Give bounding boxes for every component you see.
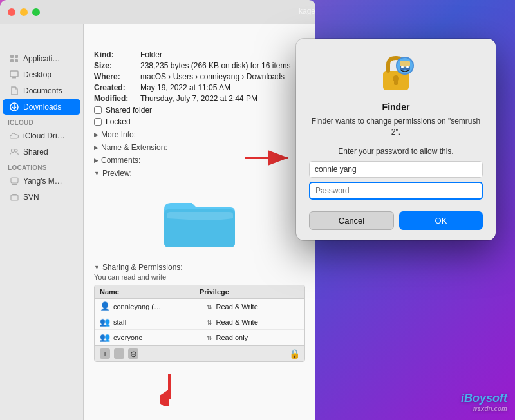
svg-rect-2 — [10, 59, 14, 62]
user-icon-0: 👤 — [100, 301, 110, 311]
svg-rect-5 — [12, 77, 16, 79]
svg-point-26 — [406, 66, 409, 68]
svg-rect-4 — [10, 71, 18, 77]
sidebar-label-icloud-drive: iCloud Dri… — [23, 131, 65, 140]
finder-window: Applicati… Desktop Documents Downloads — [0, 0, 315, 420]
shared-folder-row[interactable]: Shared folder — [94, 106, 305, 115]
preview-toggle[interactable]: ▼ Preview: — [94, 169, 305, 178]
sidebar: Applicati… Desktop Documents Downloads — [0, 24, 84, 420]
perm-user-2: everyone — [113, 334, 207, 341]
add-permission-button[interactable]: + — [100, 348, 110, 359]
permissions-arrow: ▼ — [94, 264, 100, 271]
where-row: Where: macOS › Users › connieyang › Down… — [94, 72, 305, 81]
comments-toggle[interactable]: ▶ Comments: — [94, 156, 305, 165]
col-privilege-header: Privilege — [200, 288, 299, 296]
username-display: connie yang — [309, 161, 483, 178]
kind-value: Folder — [140, 50, 162, 59]
sidebar-label-yangs-m: Yang's M… — [23, 177, 62, 186]
modified-value: Thursday, July 7, 2022 at 2:44 PM — [140, 94, 258, 103]
sidebar-label-downloads: Downloads — [23, 102, 61, 111]
sidebar-label-documents: Documents — [23, 86, 62, 95]
folder-icon — [161, 188, 238, 253]
more-info-arrow: ▶ — [94, 131, 98, 138]
dialog-message: Finder wants to change permissions on "s… — [309, 116, 483, 138]
fullscreen-button[interactable] — [32, 8, 40, 16]
more-info-label: More Info: — [101, 130, 136, 139]
dialog-title: Finder — [309, 102, 483, 112]
perm-priv-2: ⇅ Read only — [207, 334, 300, 341]
icloud-section-label: iCloud — [0, 115, 83, 128]
comments-arrow: ▶ — [94, 157, 98, 164]
created-label: Created: — [94, 83, 140, 92]
sidebar-item-svn[interactable]: SVN — [3, 189, 80, 205]
sidebar-item-downloads[interactable]: Downloads — [3, 99, 80, 115]
sidebar-item-yangs-m[interactable]: Yang's M… — [3, 173, 80, 189]
svg-point-9 — [15, 149, 17, 152]
kind-row: Kind: Folder — [94, 50, 305, 59]
sidebar-label-svn: SVN — [23, 193, 39, 202]
svg-rect-0 — [10, 55, 14, 58]
svg-rect-1 — [15, 55, 18, 58]
table-row: 👥 staff ⇅ Read & Write — [95, 314, 304, 330]
permission-menu-button[interactable]: ⊖ — [128, 348, 138, 359]
svg-rect-12 — [12, 194, 17, 195]
desktop-icon — [9, 70, 19, 80]
ok-button[interactable]: OK — [399, 211, 483, 230]
shared-folder-checkbox[interactable] — [94, 106, 102, 114]
table-toolbar: + − ⊖ 🔒 — [95, 345, 304, 361]
sidebar-item-desktop[interactable]: Desktop — [3, 67, 80, 82]
name-extension-toggle[interactable]: ▶ Name & Extension: — [94, 143, 305, 152]
svg-rect-11 — [11, 195, 18, 200]
sidebar-item-shared[interactable]: Shared — [3, 144, 80, 160]
perm-priv-1: ⇅ Read & Write — [207, 318, 300, 326]
comments-label: Comments: — [101, 156, 140, 165]
permissions-toggle[interactable]: ▼ Sharing & Permissions: — [94, 263, 305, 272]
sidebar-item-applications[interactable]: Applicati… — [3, 51, 80, 66]
applications-icon — [9, 53, 19, 64]
locations-section-label: Locations — [0, 160, 83, 173]
documents-icon — [9, 86, 19, 96]
svg-point-25 — [401, 66, 404, 68]
sidebar-label-shared: Shared — [23, 148, 48, 157]
name-extension-label: Name & Extension: — [101, 143, 167, 152]
downloads-icon — [9, 102, 19, 112]
svn-icon — [9, 192, 19, 202]
watermark-domain: wsxdn.com — [461, 405, 507, 412]
permissions-header: Name Privilege — [95, 285, 304, 299]
preview-arrow: ▼ — [94, 170, 100, 177]
locked-label: Locked — [106, 117, 131, 126]
sidebar-label-applications: Applicati… — [23, 54, 60, 63]
size-row: Size: 238,235 bytes (266 KB on disk) for… — [94, 61, 305, 70]
main-content: Kind: Folder Size: 238,235 bytes (266 KB… — [84, 24, 315, 420]
lock-finder-icon — [377, 52, 415, 97]
permissions-table: Name Privilege 👤 connieyang (… ⇅ Read & … — [94, 285, 305, 362]
permissions-title: Sharing & Permissions: — [102, 263, 183, 272]
password-input[interactable] — [309, 182, 483, 200]
created-value: May 19, 2022 at 11:05 AM — [140, 83, 230, 92]
window-chrome — [0, 0, 315, 24]
remove-permission-button[interactable]: − — [114, 348, 124, 359]
lock-icon[interactable]: 🔒 — [289, 348, 299, 359]
permissions-subtitle: You can read and write — [94, 273, 305, 281]
table-row: 👥 everyone ⇅ Read only — [95, 330, 304, 345]
preview-label: Preview: — [102, 169, 132, 178]
dialog-prompt: Enter your password to allow this. — [309, 147, 483, 156]
watermark-brand: iBoysoft — [461, 392, 507, 405]
locked-checkbox[interactable] — [94, 118, 102, 126]
permissions-section: ▼ Sharing & Permissions: You can read an… — [94, 263, 305, 362]
modified-row: Modified: Thursday, July 7, 2022 at 2:44… — [94, 94, 305, 103]
sidebar-item-documents[interactable]: Documents — [3, 83, 80, 99]
svg-rect-19 — [394, 80, 398, 85]
watermark: iBoysoft wsxdn.com — [461, 392, 507, 412]
sidebar-item-icloud-drive[interactable]: iCloud Dri… — [3, 128, 80, 144]
close-button[interactable] — [8, 8, 15, 16]
more-info-toggle[interactable]: ▶ More Info: — [94, 130, 305, 139]
cancel-button[interactable]: Cancel — [309, 211, 394, 230]
perm-priv-0: ⇅ Read & Write — [207, 303, 300, 310]
svg-rect-10 — [11, 178, 18, 183]
locked-row[interactable]: Locked — [94, 117, 305, 126]
perm-user-0: connieyang (… — [113, 303, 207, 310]
mac-icon — [9, 176, 19, 186]
sidebar-label-desktop: Desktop — [23, 70, 52, 79]
minimize-button[interactable] — [20, 8, 28, 16]
